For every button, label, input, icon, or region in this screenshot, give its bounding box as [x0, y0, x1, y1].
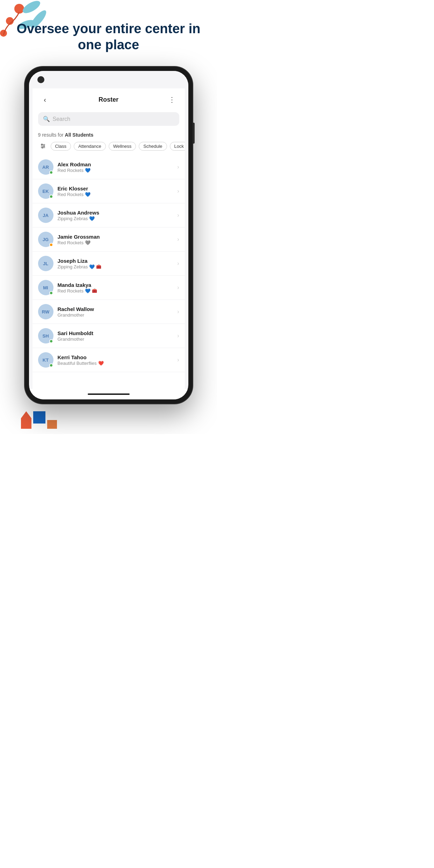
results-text: results for: [42, 132, 63, 138]
filter-chip-lock[interactable]: Lock: [170, 142, 185, 151]
student-class: Grandmother: [58, 337, 178, 342]
student-name: Joseph Liza: [58, 258, 178, 264]
student-info: Rachel Wallow Grandmother: [58, 306, 178, 318]
chevron-right-icon: ›: [177, 357, 179, 363]
table-row[interactable]: SH Sari Humboldt Grandmother ›: [32, 324, 185, 348]
avatar: MI: [38, 280, 53, 295]
chevron-right-icon: ›: [177, 188, 179, 194]
avatar-initials: JG: [43, 237, 49, 242]
student-info: Alex Rodman Red Rockets 💙: [58, 161, 178, 173]
avatar: SH: [38, 328, 53, 343]
class-name: Zipping Zebras: [58, 264, 88, 269]
filter-chip-attendance[interactable]: Attendance: [74, 142, 106, 151]
avatar: RW: [38, 304, 53, 319]
status-dot: [49, 243, 53, 247]
chevron-right-icon: ›: [177, 284, 179, 291]
class-name: Grandmother: [58, 312, 85, 318]
more-menu-button[interactable]: ⋮: [166, 94, 178, 105]
heart-icon: 💙: [85, 288, 91, 294]
filter-chip-wellness[interactable]: Wellness: [109, 142, 136, 151]
hero-section: Oversee your entire center in one place: [0, 0, 217, 60]
table-row[interactable]: RW Rachel Wallow Grandmother ›: [32, 300, 185, 324]
home-bar-line: [88, 393, 130, 395]
student-info: Joshua Andrews Zipping Zebras 💙: [58, 210, 178, 221]
svg-point-9: [41, 144, 42, 145]
avatar: JA: [38, 208, 53, 223]
status-dot: [49, 195, 53, 198]
table-row[interactable]: KT Kerri Tahoo Beautiful Butterflies ❤️ …: [32, 348, 185, 372]
avatar-initials: EK: [42, 189, 49, 194]
search-input[interactable]: Search: [53, 116, 71, 122]
filter-chip-schedule[interactable]: Schedule: [139, 142, 167, 151]
table-row[interactable]: AR Alex Rodman Red Rockets 💙 ›: [32, 155, 185, 179]
student-info: Kerri Tahoo Beautiful Butterflies ❤️: [58, 354, 178, 366]
search-container: 🔍 Search: [32, 109, 185, 130]
search-icon: 🔍: [43, 116, 50, 122]
student-name: Joshua Andrews: [58, 210, 178, 216]
camera-dot: [37, 76, 44, 83]
student-class: Grandmother: [58, 312, 178, 318]
class-name: Beautiful Butterflies: [58, 361, 97, 366]
student-info: Eric Klosser Red Rockets 💙: [58, 186, 178, 197]
back-chevron-icon: ‹: [44, 96, 46, 104]
student-class: Zipping Zebras 💙: [58, 216, 178, 221]
table-row[interactable]: MI Manda Izakya Red Rockets 💙 🧰 ›: [32, 276, 185, 300]
phone-screen: ‹ Roster ⋮ 🔍 Search 9: [29, 71, 188, 399]
back-button[interactable]: ‹: [39, 94, 51, 105]
student-name: Alex Rodman: [58, 161, 178, 167]
filter-chip-class[interactable]: Class: [51, 142, 71, 151]
chevron-right-icon: ›: [177, 212, 179, 218]
avatar-initials: JA: [43, 213, 49, 218]
class-name: Grandmother: [58, 337, 85, 342]
heart-icon: 💙: [89, 216, 95, 221]
student-name: Kerri Tahoo: [58, 354, 178, 360]
medical-icon: 🧰: [96, 264, 101, 269]
student-info: Jamie Grossman Red Rockets 🩶: [58, 234, 178, 245]
class-name: Red Rockets: [58, 192, 84, 197]
heart-grey-icon: 🩶: [85, 240, 91, 245]
student-info: Sari Humboldt Grandmother: [58, 330, 178, 342]
filter-settings-icon[interactable]: [38, 141, 48, 151]
student-class: Red Rockets 🩶: [58, 240, 178, 245]
avatar: AR: [38, 159, 53, 175]
student-name: Jamie Grossman: [58, 234, 178, 240]
table-row[interactable]: JG Jamie Grossman Red Rockets 🩶 ›: [32, 227, 185, 252]
heart-icon: 💙: [85, 192, 91, 197]
avatar-initials: MI: [43, 285, 48, 290]
results-info: 9 results for All Students: [32, 130, 185, 141]
table-row[interactable]: JL Joseph Liza Zipping Zebras 💙 🧰 ›: [32, 252, 185, 276]
chevron-right-icon: ›: [177, 236, 179, 243]
class-name: Red Rockets: [58, 240, 84, 245]
svg-point-10: [43, 146, 44, 147]
heart-icon: 💙: [89, 264, 95, 269]
table-row[interactable]: EK Eric Klosser Red Rockets 💙 ›: [32, 179, 185, 203]
chevron-right-icon: ›: [177, 260, 179, 267]
student-class: Red Rockets 💙: [58, 168, 178, 173]
class-name: Red Rockets: [58, 168, 84, 173]
status-dot: [49, 171, 53, 174]
avatar: KT: [38, 352, 53, 368]
status-dot: [49, 291, 53, 295]
heart-red-icon: ❤️: [98, 361, 104, 366]
phone-wrapper: ‹ Roster ⋮ 🔍 Search 9: [0, 60, 217, 432]
app-header: ‹ Roster ⋮: [32, 88, 185, 109]
medical-icon: 🧰: [92, 288, 97, 293]
search-bar[interactable]: 🔍 Search: [38, 112, 179, 126]
avatar: JL: [38, 256, 53, 271]
table-row[interactable]: JA Joshua Andrews Zipping Zebras 💙 ›: [32, 203, 185, 227]
student-class: Zipping Zebras 💙 🧰: [58, 264, 178, 269]
avatar-initials: JL: [43, 261, 48, 266]
status-dot: [49, 339, 53, 343]
status-dot: [49, 363, 53, 367]
student-info: Joseph Liza Zipping Zebras 💙 🧰: [58, 258, 178, 269]
student-class: Red Rockets 💙: [58, 192, 178, 197]
app-content: ‹ Roster ⋮ 🔍 Search 9: [32, 88, 185, 389]
page-title: Roster: [99, 96, 118, 103]
phone-notch: [29, 71, 188, 88]
chevron-right-icon: ›: [177, 333, 179, 339]
class-name: Zipping Zebras: [58, 216, 88, 221]
class-name: Red Rockets: [58, 288, 84, 294]
results-segment: All Students: [65, 132, 94, 138]
student-name: Sari Humboldt: [58, 330, 178, 336]
svg-point-11: [42, 147, 43, 148]
